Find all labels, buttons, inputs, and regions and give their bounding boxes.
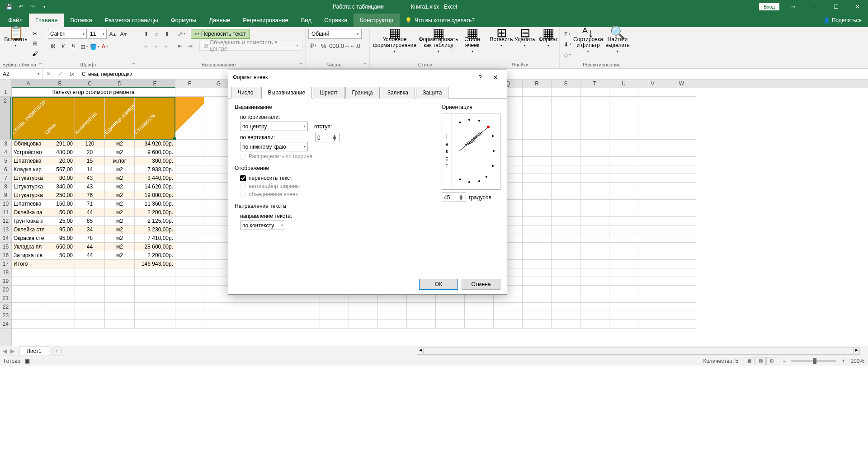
cell[interactable] [580,268,609,277]
cell[interactable] [175,148,204,157]
increase-font-icon[interactable]: A▴ [108,29,118,39]
cell[interactable] [580,97,609,140]
format-painter-icon[interactable]: 🖌 [30,49,40,58]
cell[interactable]: 28 600,00р. [135,243,175,251]
redo-icon[interactable]: ↷ [27,1,38,12]
cancel-formula-icon[interactable]: ✕ [42,69,54,79]
dialog-close-icon[interactable]: ✕ [489,71,502,83]
cell[interactable] [262,320,291,329]
tab-help[interactable]: Справка [318,14,354,27]
dialog-titlebar[interactable]: Формат ячеек ? ✕ [228,70,507,85]
cell[interactable]: 71 [75,200,105,208]
cell[interactable] [609,243,638,251]
cell[interactable] [320,294,349,303]
row-header[interactable]: 19 [0,277,11,286]
cell[interactable] [667,311,696,320]
font-color-button[interactable]: A [100,42,110,52]
cell[interactable] [552,286,580,294]
cell[interactable]: 95,00 [45,234,75,243]
fx-icon[interactable]: fx [66,69,78,79]
column-header[interactable]: F [175,80,204,88]
cell[interactable] [175,225,204,234]
cell[interactable] [407,320,436,329]
tab-review[interactable]: Рецензирование [236,14,294,27]
cell[interactable] [45,303,75,311]
cell[interactable] [75,294,105,303]
add-sheet-button[interactable]: + [52,346,62,356]
cell[interactable] [638,260,667,268]
cell[interactable] [667,217,696,225]
cell[interactable] [407,303,436,311]
cell[interactable]: 567,00 [45,165,75,174]
cell[interactable]: 78 [75,234,105,243]
cell[interactable] [465,320,494,329]
cell[interactable]: Итого [12,260,45,268]
increase-decimal-icon[interactable]: .0→ [340,41,349,51]
cell[interactable] [667,294,696,303]
cell[interactable] [552,268,580,277]
cell[interactable] [638,88,667,97]
align-middle-icon[interactable]: ≡ [151,29,161,39]
minimize-icon[interactable]: — [804,0,825,14]
cell[interactable] [580,140,609,148]
cell[interactable] [609,183,638,191]
cell[interactable] [523,311,552,320]
cell[interactable] [233,320,262,329]
cell[interactable] [175,157,204,165]
degrees-spinner[interactable]: 45▲▼ [442,193,466,202]
cell[interactable] [135,320,175,329]
cell[interactable] [75,320,105,329]
sheet-tab-1[interactable]: Лист1 [19,347,49,355]
cell[interactable] [638,268,667,277]
row-header[interactable]: 21 [0,294,11,303]
cell[interactable] [580,208,609,217]
cell[interactable]: Калькулятор стоимости ремонта [12,88,175,97]
cell[interactable] [552,260,580,268]
column-header[interactable]: E [135,80,175,88]
cell[interactable] [349,320,378,329]
cell[interactable] [667,88,696,97]
cell[interactable] [580,174,609,183]
cell[interactable]: 14 620,00р. [135,183,175,191]
comma-button[interactable]: 000 [329,41,339,51]
decrease-indent-icon[interactable]: ⇤ [175,41,184,51]
row-header[interactable]: 24 [0,320,11,329]
cell[interactable] [291,294,320,303]
cell[interactable]: 19 000,00р. [135,191,175,200]
paste-button[interactable]: 📋 Вставить ▾ [3,29,29,49]
italic-button[interactable]: К [58,42,68,52]
cell[interactable] [436,303,465,311]
align-left-icon[interactable]: ≡ [141,41,151,51]
cell[interactable] [494,320,523,329]
cell[interactable] [175,174,204,183]
cell[interactable] [12,320,45,329]
row-header[interactable]: 11 [0,208,11,217]
zoom-slider[interactable] [791,360,836,362]
cell[interactable] [105,311,135,320]
cell[interactable] [12,311,45,320]
cell[interactable] [175,294,204,303]
cell[interactable] [638,225,667,234]
cell[interactable] [494,294,523,303]
cell[interactable] [552,174,580,183]
text-direction-combo[interactable]: по контексту▾ [240,221,285,230]
cell[interactable] [667,243,696,251]
cell[interactable] [75,260,105,268]
cell[interactable] [552,183,580,191]
cell[interactable]: 2 200,00р. [135,251,175,260]
cell[interactable] [135,303,175,311]
font-name-combo[interactable]: Calibri▾ [48,29,87,39]
cancel-button[interactable]: Отмена [462,279,500,290]
percent-button[interactable]: % [319,41,329,51]
cell[interactable] [667,208,696,217]
cell[interactable] [667,286,696,294]
cell[interactable] [175,217,204,225]
cell[interactable]: м2 [105,251,135,260]
cell[interactable] [667,303,696,311]
cell[interactable] [75,286,105,294]
cell[interactable] [378,311,407,320]
cell[interactable]: 250,00 [45,191,75,200]
tab-insert[interactable]: Вставка [64,14,98,27]
cell[interactable] [12,294,45,303]
cell[interactable] [552,303,580,311]
